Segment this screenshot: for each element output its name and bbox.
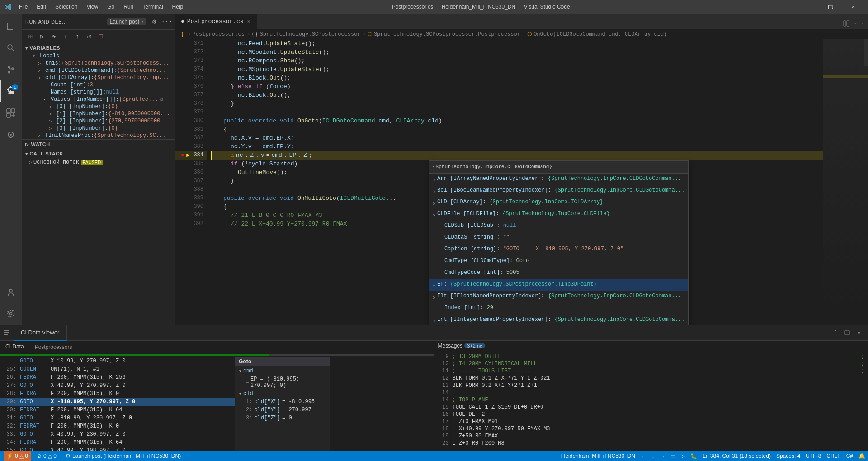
var-names[interactable]: ▷ Names [string[]]: null — [25, 89, 175, 96]
var-cmd[interactable]: ▷ cmd [ICLDGotoCommand]: {SprutTechno... — [25, 67, 175, 74]
watch-header[interactable]: ▷ WATCH — [22, 140, 175, 149]
locals-item[interactable]: ▾ Locals — [25, 52, 175, 60]
status-run-icon[interactable]: ▷ — [678, 451, 688, 461]
cldata-row-30[interactable]: 30: FEDRAT F 200, MMPM(315), K 64 — [0, 406, 235, 414]
goto-cld-item[interactable]: ▾ cld — [235, 390, 330, 398]
close-button[interactable]: ✕ — [843, 0, 863, 14]
status-nav-down[interactable]: ↓ — [649, 451, 657, 461]
status-file[interactable]: Heidenhain_Mill_iTNC530_DN — [559, 451, 638, 461]
panel-close-button[interactable]: ✕ — [854, 327, 864, 338]
menu-run[interactable]: Run — [120, 3, 137, 11]
cldata-row-26[interactable]: 26: FEDRAT F 200, MMPM(315), K 256 — [0, 373, 235, 381]
activity-git[interactable] — [0, 59, 22, 80]
var-val1[interactable]: ▷ [1] [InpNumber]: {-810,9950000000... — [25, 110, 175, 118]
restore-button[interactable] — [820, 0, 841, 14]
goto-cld-item-2[interactable]: 2: cld["Y"] = 270.997 — [244, 406, 330, 414]
menu-edit[interactable]: Edit — [33, 3, 50, 11]
cldata-row-27[interactable]: 27: GOTO X 40.99, Y 270.997, Z 0 — [0, 381, 235, 390]
code-content[interactable]: nc.Feed.UpdateState(); nc.MCoolant.Updat… — [207, 39, 823, 325]
tab-close-icon[interactable]: ✕ — [246, 17, 251, 26]
menu-help[interactable]: Help — [169, 3, 187, 11]
launch-config[interactable]: Launch post ▾ — [107, 18, 146, 25]
cldata-row-28[interactable]: 28: FEDRAT F 200, MMPM(315), K 0 — [0, 390, 235, 398]
cldata-row-prev[interactable]: ... GOTO X 10.99, Y 270.997, Z 0 — [0, 357, 235, 365]
status-errors[interactable]: ⊘ 0 △ 0 — [34, 451, 59, 461]
panel-tab-cldata-viewer[interactable]: CLData viewer — [14, 325, 67, 341]
step-into-button[interactable]: ↓ — [61, 32, 71, 42]
cldata-row-32[interactable]: 32: FEDRAT F 200, MMPM(315), K 0 — [0, 422, 235, 430]
status-debug-config[interactable]: ⚡ 0 △ 0 — [4, 451, 31, 461]
var-val2[interactable]: ▷ [2] [InpNumber]: {270,99700000000... — [25, 118, 175, 125]
menu-file[interactable]: File — [15, 3, 31, 11]
status-spaces[interactable]: Spaces: 4 — [774, 451, 803, 461]
goto-ep-item[interactable]: — EP = (-810.995; 270.997; 0) — [244, 375, 330, 390]
more-actions-button[interactable]: ··· — [854, 18, 864, 29]
var-val3[interactable]: ▷ [3] [InpNumber]: {0} — [25, 125, 175, 132]
goto-cld-item-3[interactable]: 3: cld["Z"] = 0 — [244, 414, 330, 422]
activity-settings[interactable] — [0, 303, 22, 325]
status-eol[interactable]: CRLF — [824, 451, 843, 461]
messages-content[interactable]: 9 ; T3 20MM DRILL ; 10 ; T4 20MM CYLINDR… — [434, 351, 868, 451]
activity-account[interactable] — [0, 281, 22, 303]
cldata-tab-postprocessors[interactable]: Postprocessors — [33, 343, 74, 351]
debug-more-button[interactable]: ··· — [162, 17, 172, 27]
panel-drag-handle[interactable] — [0, 329, 14, 336]
var-this[interactable]: ▷ this: {SprutTechnology.SCPostprocess..… — [25, 60, 175, 67]
var-val0[interactable]: ▷ [0] [InpNumber]: {0} — [25, 103, 175, 110]
activity-debug[interactable]: 1 — [0, 80, 22, 102]
goto-cld-item-1[interactable]: 1: cld["X"] = -810.995 — [244, 398, 330, 406]
breadcrumb-method[interactable]: OnGoto(ICLDGotoCommand cmd, CLDArray cld… — [533, 31, 667, 38]
minimize-button[interactable] — [775, 0, 796, 14]
minimap-slider[interactable] — [864, 39, 868, 66]
activity-explorer[interactable] — [0, 15, 22, 37]
activity-extensions[interactable] — [0, 102, 22, 124]
breadcrumb-ns[interactable]: SprutTechnology.SCPostprocessor — [259, 31, 360, 38]
menu-terminal[interactable]: Terminal — [139, 3, 166, 11]
thread-name: Основной поток — [33, 159, 79, 165]
goto-cmd-item[interactable]: ▾ cmd — [235, 367, 330, 375]
stop-button[interactable]: □ — [96, 32, 106, 42]
restart-button[interactable]: ↺ — [84, 32, 94, 42]
status-launch-config[interactable]: ⚙ Launch post (Heidenhain_Mill_iTNC530_D… — [63, 451, 184, 461]
tab-postprocessor[interactable]: ● Postprocessor.cs ✕ — [175, 14, 257, 29]
status-nav-prev[interactable]: ← — [638, 451, 649, 461]
panel-maximize-button[interactable] — [842, 327, 853, 338]
callstack-header[interactable]: ▾ CALL STACK — [22, 149, 175, 158]
breadcrumb-file[interactable]: Postprocessor.cs — [193, 31, 245, 38]
callstack-thread[interactable]: ▷ Основной поток PAUSED — [22, 158, 175, 166]
status-bug-icon[interactable]: 🐛 — [688, 451, 700, 461]
cldata-row-29[interactable]: 29: GOTO X -810.995, Y 270.997, Z 0 — [0, 398, 235, 406]
status-notifications[interactable]: 🔔 — [856, 451, 868, 461]
cldata-row-35[interactable]: 35: GOTO X 40.99, Y 198.997, Z 0 — [0, 447, 235, 451]
cldata-list[interactable]: ... GOTO X 10.99, Y 270.997, Z 0 25: COO… — [0, 357, 235, 451]
step-out-button[interactable]: ↑ — [72, 32, 82, 42]
variables-header[interactable]: ▾ VARIABLES — [22, 43, 175, 52]
continue-button[interactable]: ▷ — [37, 32, 47, 42]
status-nav-right[interactable]: → — [657, 451, 668, 461]
split-editor-button[interactable] — [841, 18, 852, 29]
svg-rect-17 — [4, 330, 9, 331]
cldata-row-34[interactable]: 34: FEDRAT F 200, MMPM(315), K 64 — [0, 438, 235, 447]
menu-view[interactable]: View — [83, 3, 102, 11]
status-encoding[interactable]: UTF-8 — [803, 451, 824, 461]
status-layout-icon1[interactable]: ▭ — [668, 451, 678, 461]
step-over-button[interactable]: ↷ — [49, 32, 59, 42]
cldata-row-25[interactable]: 25: COOLNT ON(71), N 1, #1 — [0, 365, 235, 373]
menu-selection[interactable]: Selection — [52, 3, 81, 11]
var-cld[interactable]: ▷ cld [CLDArray]: {SprutTechnology.Inp..… — [25, 74, 175, 81]
var-finit[interactable]: ▷ fInitNamesProc: {SprutTechnology.SC... — [25, 132, 175, 139]
cldata-row-31[interactable]: 31: GOTO X -810.99, Y 230.997, Z 0 — [0, 414, 235, 422]
var-count[interactable]: ▷ Count [int]: 3 — [25, 81, 175, 89]
maximize-button[interactable] — [797, 0, 818, 14]
var-values[interactable]: ▾ Values [InpNumber[]]: {SprutTec... ⧉ — [25, 96, 175, 103]
activity-remote[interactable] — [0, 124, 22, 146]
status-position[interactable]: Ln 384, Col 31 (18 selected) — [700, 451, 774, 461]
cldata-tab-cldata[interactable]: CLData — [4, 343, 26, 351]
activity-search[interactable] — [0, 37, 22, 59]
menu-go[interactable]: Go — [104, 3, 118, 11]
status-language[interactable]: C# — [844, 451, 856, 461]
breadcrumb-class[interactable]: SprutTechnology.SCPostprocessor.Postproc… — [374, 31, 520, 38]
panel-minimize-button[interactable] — [830, 327, 841, 338]
debug-settings-button[interactable]: ⚙ — [149, 17, 159, 27]
cldata-row-33[interactable]: 33: GOTO X 40.99, Y 230.997, Z 0 — [0, 430, 235, 438]
